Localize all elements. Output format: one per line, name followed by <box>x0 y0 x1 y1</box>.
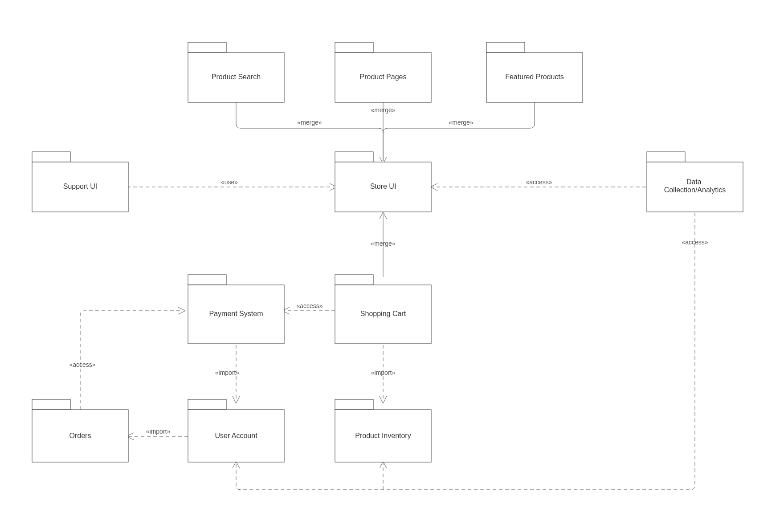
rel-label: «access» <box>682 239 708 246</box>
package-payment-system: Payment System <box>188 275 284 344</box>
edge-featured-merge: «merge» <box>383 102 535 133</box>
package-label: Product Pages <box>360 73 407 81</box>
svg-rect-10 <box>647 152 685 162</box>
svg-rect-18 <box>188 399 226 410</box>
package-product-pages: Product Pages <box>335 42 431 102</box>
rel-label: «merge» <box>371 106 395 114</box>
package-data-analytics: Data Collection/Analytics <box>647 152 743 212</box>
rel-label: «merge» <box>371 240 395 247</box>
package-label: Support UI <box>63 183 97 190</box>
package-shopping-cart: Shopping Cart <box>335 275 431 344</box>
rel-label: «merge» <box>297 119 322 126</box>
edge-cart-pay: «access» <box>282 302 335 314</box>
package-product-search: Product Search <box>188 42 284 102</box>
rel-label: «import» <box>215 369 240 376</box>
svg-rect-0 <box>188 42 226 53</box>
svg-rect-6 <box>32 152 70 162</box>
rel-label: «import» <box>371 369 396 376</box>
edge-support-use: «use» <box>127 179 337 191</box>
svg-rect-20 <box>335 399 373 410</box>
package-user-account: User Account <box>188 399 284 462</box>
svg-rect-12 <box>188 275 226 285</box>
edge-user-orders: «import» <box>127 428 188 440</box>
edge-cart-inventory: «import» <box>371 345 396 403</box>
svg-rect-14 <box>335 275 373 285</box>
edge-orders-pay: «access» <box>69 307 185 410</box>
rel-label: «import» <box>146 428 171 435</box>
package-label: Store UI <box>370 183 396 190</box>
rel-label: «merge» <box>449 119 473 126</box>
edge-analytics-user-inv: «access» <box>233 213 708 490</box>
svg-rect-4 <box>486 42 525 53</box>
package-label: Product Inventory <box>355 432 411 439</box>
rel-label: «access» <box>296 302 323 309</box>
edge-pay-user: «import» <box>215 345 240 403</box>
edge-analytics-store: «access» <box>430 179 646 191</box>
edge-cart-merge: «merge» <box>371 212 395 277</box>
package-label: Orders <box>69 432 91 439</box>
rel-label: «access» <box>526 179 552 186</box>
package-label: User Account <box>215 432 257 439</box>
rel-label: «use» <box>221 179 238 186</box>
uml-package-diagram: «use» «access» «merge» «merge» «merge» «… <box>0 0 784 532</box>
package-label: Payment System <box>209 310 263 317</box>
package-label: Shopping Cart <box>360 310 406 317</box>
package-featured-products: Featured Products <box>486 42 583 102</box>
package-label: Product Search <box>212 73 261 81</box>
svg-rect-8 <box>335 152 373 162</box>
package-product-inventory: Product Inventory <box>335 399 431 462</box>
rel-label: «access» <box>69 361 95 368</box>
package-label: Featured Products <box>505 73 564 81</box>
package-support-ui: Support UI <box>32 152 128 212</box>
svg-rect-16 <box>32 399 70 410</box>
svg-rect-2 <box>335 42 373 53</box>
